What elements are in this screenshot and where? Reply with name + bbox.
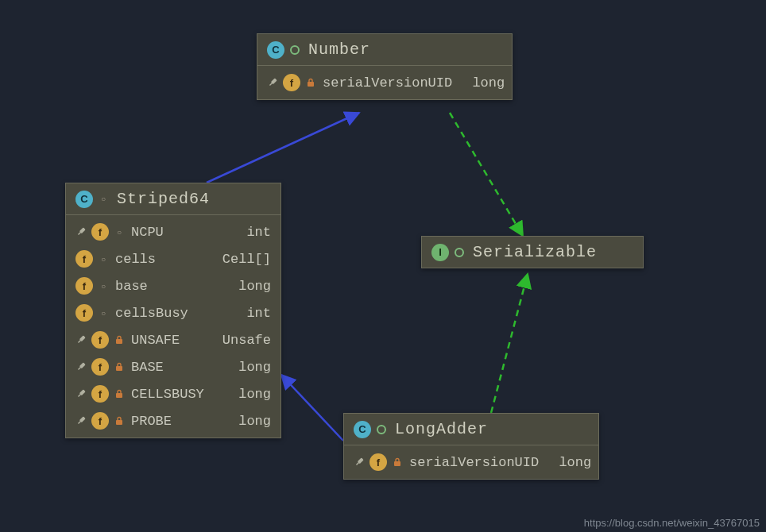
svg-rect-22 bbox=[394, 461, 400, 466]
field-row[interactable]: f○baselong bbox=[66, 272, 280, 299]
field-name: cellsBusy bbox=[115, 306, 219, 321]
field-type: long bbox=[223, 387, 271, 402]
field-name: NCPU bbox=[131, 225, 219, 240]
class-title: Number bbox=[308, 40, 370, 59]
field-row[interactable]: fCELLSBUSYlong bbox=[66, 380, 280, 407]
field-icon: f bbox=[75, 250, 93, 268]
node-header: C Number bbox=[257, 34, 512, 66]
private-visibility-icon bbox=[392, 457, 403, 468]
svg-rect-10 bbox=[78, 367, 82, 371]
package-visibility-icon: ○ bbox=[98, 253, 109, 264]
static-pin-icon bbox=[75, 226, 87, 237]
class-node-striped64[interactable]: C ○ Striped64 f○NCPUintf○cellsCell[]f○ba… bbox=[65, 183, 281, 438]
svg-rect-21 bbox=[356, 462, 360, 466]
field-name: PROBE bbox=[131, 414, 219, 429]
class-icon: C bbox=[267, 41, 284, 59]
private-visibility-icon bbox=[114, 334, 125, 345]
node-fields: f○NCPUintf○cellsCell[]f○baselongf○cellsB… bbox=[66, 215, 280, 438]
field-row[interactable]: f○cellsBusyint bbox=[66, 299, 280, 326]
field-name: serialVersionUID bbox=[409, 455, 539, 470]
class-icon: C bbox=[75, 191, 93, 208]
static-pin-icon bbox=[267, 77, 278, 88]
static-pin-icon bbox=[75, 415, 87, 426]
field-name: CELLSBUSY bbox=[131, 387, 219, 402]
field-icon: f bbox=[91, 412, 109, 430]
class-icon: C bbox=[354, 421, 371, 438]
field-icon: f bbox=[75, 304, 93, 322]
svg-rect-14 bbox=[116, 393, 122, 398]
svg-point-19 bbox=[377, 426, 385, 434]
svg-rect-5 bbox=[78, 232, 82, 236]
class-title: Striped64 bbox=[117, 190, 210, 208]
field-row[interactable]: fBASElong bbox=[66, 353, 280, 380]
package-visibility-icon: ○ bbox=[114, 226, 125, 237]
field-icon: f bbox=[75, 277, 93, 295]
package-visibility-icon: ○ bbox=[98, 280, 109, 291]
field-row[interactable]: fUNSAFEUnsafe bbox=[66, 326, 280, 353]
watermark-text: https://blog.csdn.net/weixin_43767015 bbox=[584, 517, 760, 529]
private-visibility-icon bbox=[305, 77, 316, 88]
field-type: Unsafe bbox=[222, 333, 271, 348]
field-type: long bbox=[223, 360, 271, 375]
svg-rect-17 bbox=[116, 420, 122, 425]
field-icon: f bbox=[91, 358, 109, 376]
node-header: I Serializable bbox=[422, 237, 643, 268]
node-header: C LongAdder bbox=[344, 414, 598, 445]
static-pin-icon bbox=[75, 361, 87, 372]
field-name: BASE bbox=[131, 360, 219, 375]
public-visibility-icon bbox=[289, 44, 300, 56]
private-visibility-icon bbox=[114, 388, 125, 399]
field-name: UNSAFE bbox=[131, 333, 218, 348]
field-type: int bbox=[223, 225, 271, 240]
extends-arrow bbox=[281, 375, 343, 441]
field-icon: f bbox=[369, 453, 387, 471]
field-icon: f bbox=[91, 385, 109, 403]
public-visibility-icon bbox=[376, 424, 387, 435]
interface-icon: I bbox=[431, 244, 449, 261]
node-fields: fserialVersionUIDlong bbox=[344, 445, 598, 479]
svg-rect-8 bbox=[116, 339, 122, 344]
field-type: long bbox=[457, 75, 505, 91]
field-row[interactable]: f○cellsCell[] bbox=[66, 245, 280, 272]
svg-point-18 bbox=[455, 249, 463, 256]
field-row[interactable]: f○NCPUint bbox=[66, 218, 280, 245]
svg-rect-3 bbox=[308, 82, 314, 87]
field-row[interactable]: fserialVersionUIDlong bbox=[344, 449, 598, 476]
private-visibility-icon bbox=[114, 415, 125, 426]
static-pin-icon bbox=[75, 334, 87, 345]
node-fields: fserialVersionUIDlong bbox=[257, 66, 512, 99]
field-type: int bbox=[223, 306, 271, 321]
private-visibility-icon bbox=[114, 361, 125, 372]
field-row[interactable]: fPROBElong bbox=[66, 407, 280, 434]
field-type: long bbox=[223, 414, 271, 429]
package-visibility-icon: ○ bbox=[98, 307, 109, 318]
implements-arrow bbox=[450, 113, 523, 236]
extends-arrow bbox=[207, 113, 359, 183]
class-node-number[interactable]: C Number fserialVersionUIDlong bbox=[257, 33, 513, 100]
node-header: C ○ Striped64 bbox=[66, 183, 280, 215]
field-row[interactable]: fserialVersionUIDlong bbox=[257, 69, 512, 96]
field-type: Cell[] bbox=[222, 252, 271, 267]
field-icon: f bbox=[91, 331, 109, 349]
class-title: LongAdder bbox=[395, 420, 488, 438]
class-node-longadder[interactable]: C LongAdder fserialVersionUIDlong bbox=[343, 413, 599, 480]
static-pin-icon bbox=[75, 388, 87, 399]
field-icon: f bbox=[91, 223, 109, 241]
static-pin-icon bbox=[354, 457, 365, 468]
implements-arrow bbox=[491, 274, 528, 413]
svg-rect-2 bbox=[269, 83, 273, 87]
svg-rect-11 bbox=[116, 366, 122, 371]
field-type: long bbox=[223, 279, 271, 294]
interface-title: Serializable bbox=[473, 243, 597, 261]
field-name: serialVersionUID bbox=[323, 75, 452, 91]
field-name: cells bbox=[115, 252, 218, 267]
interface-node-serializable[interactable]: I Serializable bbox=[421, 236, 644, 268]
public-visibility-icon bbox=[454, 247, 465, 258]
package-visibility-icon: ○ bbox=[98, 194, 109, 205]
svg-rect-16 bbox=[78, 421, 82, 425]
field-type: long bbox=[544, 455, 591, 470]
svg-rect-13 bbox=[78, 394, 82, 398]
svg-point-0 bbox=[291, 46, 299, 54]
field-icon: f bbox=[283, 74, 300, 91]
svg-rect-7 bbox=[78, 340, 82, 344]
